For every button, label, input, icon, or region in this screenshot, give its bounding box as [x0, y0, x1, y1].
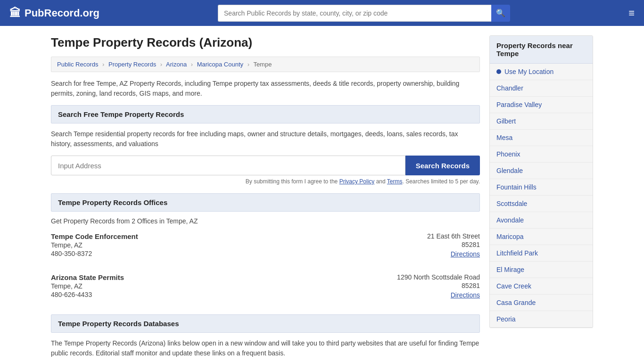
- breadcrumb-sep-3: ›: [191, 61, 193, 68]
- main-content: Tempe Property Records (Arizona) Public …: [44, 26, 600, 362]
- sidebar-item-casa-grande[interactable]: Casa Grande: [490, 295, 593, 311]
- office-address-2: 1290 North Scottsdale Road: [397, 273, 480, 281]
- sidebar-item-el-mirage[interactable]: El Mirage: [490, 262, 593, 278]
- header: 🏛 PubRecord.org 🔍 ≡: [0, 0, 644, 26]
- page-title: Tempe Property Records (Arizona): [51, 35, 480, 50]
- office-name-2: Arizona State Permits: [51, 273, 397, 281]
- sidebar-item-fountain-hills[interactable]: Fountain Hills: [490, 179, 593, 196]
- breadcrumb-public-records[interactable]: Public Records: [57, 61, 98, 68]
- databases-description: The Tempe Property Records (Arizona) lin…: [51, 338, 480, 358]
- office-phone-2: 480-626-4433: [51, 291, 397, 298]
- header-search-input[interactable]: [218, 5, 491, 22]
- breadcrumb-maricopa[interactable]: Maricopa County: [197, 61, 243, 68]
- databases-section-header: Tempe Property Records Databases: [51, 314, 480, 333]
- office-left-2: Arizona State Permits Tempe, AZ 480-626-…: [51, 273, 397, 301]
- breadcrumb-property-records[interactable]: Property Records: [108, 61, 156, 68]
- breadcrumb-arizona[interactable]: Arizona: [166, 61, 187, 68]
- sidebar-item-cave-creek[interactable]: Cave Creek: [490, 278, 593, 295]
- address-form-inner: Search Records: [51, 156, 480, 175]
- office-row-2: Arizona State Permits Tempe, AZ 480-626-…: [51, 273, 480, 301]
- office-entry-2: Arizona State Permits Tempe, AZ 480-626-…: [51, 273, 480, 301]
- sidebar-item-litchfield-park[interactable]: Litchfield Park: [490, 245, 593, 262]
- logo-text: PubRecord.org: [25, 7, 99, 19]
- address-input[interactable]: [51, 156, 405, 175]
- hamburger-icon[interactable]: ≡: [628, 7, 635, 19]
- sidebar-item-paradise-valley[interactable]: Paradise Valley: [490, 97, 593, 113]
- sidebar-item-maricopa[interactable]: Maricopa: [490, 229, 593, 245]
- breadcrumb-sep-2: ›: [160, 61, 162, 68]
- office-city-2: Tempe, AZ: [51, 282, 397, 290]
- sidebar-box: Property Records near Tempe Use My Locat…: [489, 35, 593, 328]
- databases-section: Tempe Property Records Databases The Tem…: [51, 314, 480, 358]
- sidebar-item-peoria[interactable]: Peoria: [490, 311, 593, 328]
- office-right-1: 21 East 6th Street 85281 Directions: [427, 232, 480, 258]
- office-address-1: 21 East 6th Street: [427, 232, 480, 240]
- sidebar-title: Property Records near Tempe: [490, 36, 593, 64]
- offices-section: Tempe Property Records Offices Get Prope…: [51, 193, 480, 301]
- search-section-description: Search Tempe residential property record…: [51, 129, 480, 149]
- sidebar-item-glendale[interactable]: Glendale: [490, 163, 593, 179]
- office-zip-2: 85281: [397, 282, 480, 289]
- page-description: Search for free Tempe, AZ Property Recor…: [51, 79, 480, 99]
- header-search-button[interactable]: 🔍: [491, 5, 510, 22]
- logo[interactable]: 🏛 PubRecord.org: [9, 7, 99, 20]
- terms-link[interactable]: Terms: [387, 178, 403, 185]
- breadcrumb-sep-1: ›: [102, 61, 104, 68]
- breadcrumb-sep-4: ›: [248, 61, 249, 68]
- location-dot-icon: [496, 69, 501, 74]
- sidebar-item-chandler[interactable]: Chandler: [490, 80, 593, 97]
- address-form: Search Records By submitting this form I…: [51, 156, 480, 185]
- content-area: Tempe Property Records (Arizona) Public …: [51, 35, 480, 358]
- search-records-button[interactable]: Search Records: [405, 156, 480, 175]
- disclaimer-end: . Searches limited to 5 per day.: [402, 178, 480, 185]
- use-location-label: Use My Location: [504, 68, 553, 75]
- building-icon: 🏛: [9, 7, 21, 20]
- directions-link-2[interactable]: Directions: [451, 291, 480, 299]
- header-search-bar: 🔍: [218, 5, 510, 22]
- office-city-1: Tempe, AZ: [51, 241, 427, 249]
- privacy-policy-link[interactable]: Privacy Policy: [339, 178, 375, 185]
- sidebar-item-gilbert[interactable]: Gilbert: [490, 113, 593, 130]
- sidebar-item-phoenix[interactable]: Phoenix: [490, 146, 593, 163]
- sidebar-item-avondale[interactable]: Avondale: [490, 212, 593, 229]
- offices-section-header: Tempe Property Records Offices: [51, 193, 480, 212]
- sidebar: Property Records near Tempe Use My Locat…: [489, 35, 593, 358]
- disclaimer-text: By submitting this form I agree to the: [246, 178, 339, 185]
- directions-link-1[interactable]: Directions: [451, 250, 480, 258]
- office-zip-1: 85281: [427, 241, 480, 248]
- office-name-1: Tempe Code Enforcement: [51, 232, 427, 240]
- breadcrumb-tempe: Tempe: [253, 61, 272, 68]
- office-row-1: Tempe Code Enforcement Tempe, AZ 480-350…: [51, 232, 480, 260]
- office-phone-1: 480-350-8372: [51, 250, 427, 257]
- form-disclaimer: By submitting this form I agree to the P…: [51, 178, 480, 185]
- disclaimer-and: and: [374, 178, 387, 185]
- breadcrumb: Public Records › Property Records › Ariz…: [51, 57, 480, 72]
- search-icon: 🔍: [496, 8, 505, 17]
- sidebar-item-use-location[interactable]: Use My Location: [490, 64, 593, 80]
- office-entry-1: Tempe Code Enforcement Tempe, AZ 480-350…: [51, 232, 480, 260]
- offices-description: Get Property Records from 2 Offices in T…: [51, 217, 480, 225]
- office-left-1: Tempe Code Enforcement Tempe, AZ 480-350…: [51, 232, 427, 260]
- office-right-2: 1290 North Scottsdale Road 85281 Directi…: [397, 273, 480, 299]
- search-section-header: Search Free Tempe Property Records: [51, 105, 480, 123]
- sidebar-item-mesa[interactable]: Mesa: [490, 130, 593, 146]
- sidebar-item-scottsdale[interactable]: Scottsdale: [490, 196, 593, 212]
